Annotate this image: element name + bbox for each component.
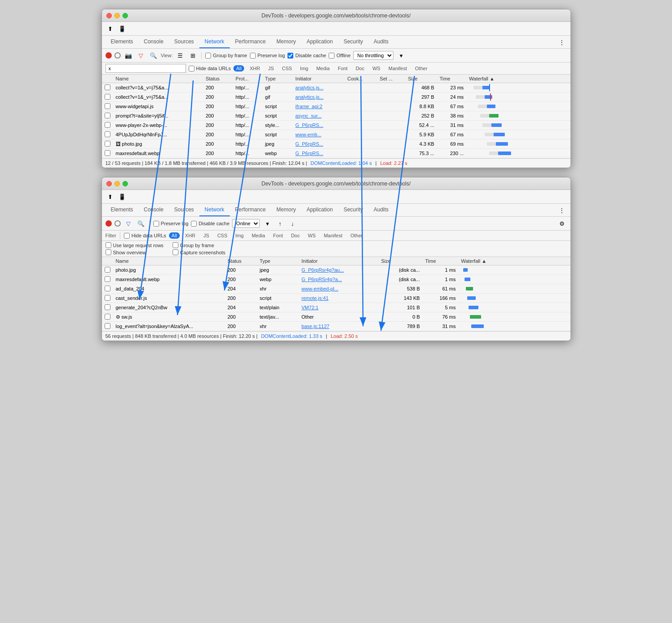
large-view-icon-1[interactable]: ⊞	[188, 51, 198, 60]
tab-memory-1[interactable]: Memory	[271, 36, 301, 48]
tab-application-2[interactable]: Application	[301, 204, 338, 216]
cursor-icon[interactable]: ⬆	[106, 24, 115, 34]
search-icon-2[interactable]: 🔍	[136, 219, 146, 228]
preserve-log-cb-2[interactable]: Preserve log	[153, 221, 189, 227]
table-row[interactable]: ad_data_204 204 xhr www-embed-pl... 538 …	[102, 284, 571, 294]
filter-xhr-1[interactable]: XHR	[247, 65, 262, 72]
import-icon-2[interactable]: ↑	[275, 219, 285, 228]
disable-cache-cb-1[interactable]: Disable cache	[287, 53, 326, 59]
table-row[interactable]: 4PUpJpDdHqrNlnFpJ... 200 http/... script…	[102, 130, 571, 139]
use-large-rows-cb[interactable]: Use large request rows	[106, 242, 164, 248]
col-time-header-1[interactable]: Time	[437, 75, 466, 83]
table-row[interactable]: prompt?t=a&site=ylj5if... 200 http/... s…	[102, 111, 571, 121]
table-row[interactable]: 🖼 photo.jpg 200 http/... jpeg G_P6rpRS..…	[102, 139, 571, 149]
show-overview-cb[interactable]: Show overview	[106, 249, 164, 255]
tab-performance-2[interactable]: Performance	[230, 204, 271, 216]
device-icon-2[interactable]: 📱	[117, 192, 127, 202]
tab-security-2[interactable]: Security	[338, 204, 368, 216]
table-row[interactable]: maxresdefault.webp 200 http/... webp G_P…	[102, 149, 571, 158]
filter-media-1[interactable]: Media	[313, 65, 332, 72]
tab-console-2[interactable]: Console	[139, 204, 169, 216]
filter-all-2[interactable]: All	[169, 232, 180, 239]
filter-input-1[interactable]	[106, 64, 186, 73]
more-tabs-icon-1[interactable]: ⋮	[557, 37, 567, 47]
group-by-frame-cb-1[interactable]: Group by frame	[205, 53, 247, 59]
minimize-button-1[interactable]	[114, 13, 120, 18]
filter-doc-1[interactable]: Doc	[353, 65, 367, 72]
tab-elements-1[interactable]: Elements	[106, 36, 139, 48]
table-row[interactable]: collect?v=1&_v=j75&a... 200 http/... gif…	[102, 83, 571, 93]
close-button-2[interactable]	[106, 181, 112, 186]
tab-sources-1[interactable]: Sources	[169, 36, 199, 48]
col-type-header-1[interactable]: Type	[262, 75, 293, 83]
preserve-log-cb-1[interactable]: Preserve log	[250, 53, 285, 59]
throttle-select-2[interactable]: Online	[232, 219, 260, 228]
col-initiator-header-1[interactable]: Initiator	[293, 75, 345, 83]
col-protocol-header-1[interactable]: Prot...	[233, 75, 262, 83]
filter-js-2[interactable]: JS	[201, 232, 212, 239]
disable-cache-input-1[interactable]	[287, 53, 293, 59]
maximize-button-2[interactable]	[123, 181, 128, 186]
tab-elements-2[interactable]: Elements	[106, 204, 139, 216]
table-row[interactable]: www-widgetapi.js 200 http/... script ifr…	[102, 102, 571, 111]
filter-all-1[interactable]: All	[233, 65, 244, 72]
gear-icon-2[interactable]: ⚙	[557, 219, 567, 228]
preserve-log-input-2[interactable]	[153, 221, 159, 227]
hide-data-urls-cb-1[interactable]: Hide data URLs	[189, 66, 231, 72]
list-view-icon-1[interactable]: ☰	[175, 51, 185, 60]
filter-js-1[interactable]: JS	[266, 65, 277, 72]
col-waterfall-header-1[interactable]: Waterfall ▲	[466, 75, 570, 83]
group-by-frame-cb-2[interactable]: Group by frame	[173, 242, 226, 248]
tab-audits-1[interactable]: Audits	[368, 36, 394, 48]
filter-font-1[interactable]: Font	[335, 65, 350, 72]
capture-screenshots-input[interactable]	[173, 249, 178, 255]
group-by-frame-input-2[interactable]	[173, 242, 178, 248]
filter-css-1[interactable]: CSS	[279, 65, 295, 72]
disable-cache-input-2[interactable]	[191, 221, 197, 227]
hide-data-urls-input-2[interactable]	[124, 233, 130, 239]
filter-img-2[interactable]: Img	[233, 232, 246, 239]
filter-other-1[interactable]: Other	[412, 65, 430, 72]
camera-icon-1[interactable]: 📷	[123, 51, 133, 60]
filter-ws-2[interactable]: WS	[305, 232, 318, 239]
col-size-header-1[interactable]: Size	[405, 75, 437, 83]
filter-img-1[interactable]: Img	[297, 65, 311, 72]
more-tabs-icon-2[interactable]: ⋮	[557, 205, 567, 215]
tab-security-1[interactable]: Security	[338, 36, 368, 48]
filter-css-2[interactable]: CSS	[215, 232, 230, 239]
filter-other-2[interactable]: Other	[348, 232, 366, 239]
table-row[interactable]: log_event?alt=json&key=AlzaSyA... 200 xh…	[102, 322, 571, 331]
minimize-button-2[interactable]	[114, 181, 120, 186]
col-initiator-header-2[interactable]: Initiator	[299, 257, 378, 265]
table-row[interactable]: cast_sender.js 200 script remote.js:41 1…	[102, 294, 571, 303]
group-by-frame-input-1[interactable]	[205, 53, 211, 59]
search-icon-1[interactable]: 🔍	[148, 51, 158, 60]
table-row[interactable]: collect?v=1&_v=j75&a... 200 http/... gif…	[102, 93, 571, 102]
col-waterfall-header-2[interactable]: Waterfall ▲	[458, 257, 570, 265]
close-button-1[interactable]	[106, 13, 112, 18]
col-size-header-2[interactable]: Size	[378, 257, 423, 265]
record-button-2[interactable]	[106, 220, 112, 227]
hide-data-urls-cb-2[interactable]: Hide data URLs	[124, 233, 166, 239]
filter-manifest-2[interactable]: Manifest	[321, 232, 345, 239]
table-row[interactable]: generate_204?cQ2nBw 204 text/plain VM72:…	[102, 303, 571, 312]
col-status-header-2[interactable]: Status	[225, 257, 257, 265]
tab-audits-2[interactable]: Audits	[368, 204, 394, 216]
tab-memory-2[interactable]: Memory	[271, 204, 301, 216]
export-icon-2[interactable]: ↓	[287, 219, 297, 228]
offline-input-1[interactable]	[329, 53, 334, 59]
filter-ws-1[interactable]: WS	[370, 65, 383, 72]
record-button-1[interactable]	[106, 52, 112, 59]
col-cookies-header-1[interactable]: Cook...	[345, 75, 377, 83]
tab-sources-2[interactable]: Sources	[169, 204, 199, 216]
filter-icon-1[interactable]: ▽	[136, 51, 146, 60]
col-type-header-2[interactable]: Type	[257, 257, 299, 265]
tab-console-1[interactable]: Console	[139, 36, 169, 48]
use-large-rows-input[interactable]	[106, 242, 111, 248]
clear-button-2[interactable]	[114, 220, 121, 227]
clear-button-1[interactable]	[114, 52, 121, 59]
filter-media-2[interactable]: Media	[249, 232, 268, 239]
table-row[interactable]: ⚙ sw.js 200 text/jav... Other 0 B 76 ms	[102, 312, 571, 322]
col-setcookies-header-1[interactable]: Set ...	[377, 75, 405, 83]
throttle-expand-icon-2[interactable]: ▾	[262, 219, 272, 228]
